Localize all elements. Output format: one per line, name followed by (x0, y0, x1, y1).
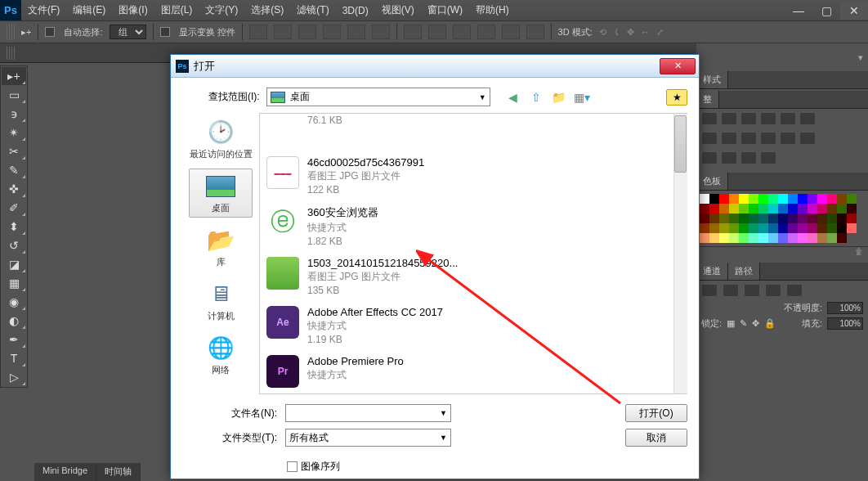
swatch[interactable] (837, 194, 847, 204)
file-item[interactable]: Pr Adobe Premiere Pro 快捷方式 (260, 350, 687, 394)
filetype-combo[interactable]: 所有格式 ▼ (285, 429, 451, 447)
move-tool-icon[interactable]: ▸+ (21, 27, 31, 38)
layer-filter-icon[interactable] (744, 284, 760, 297)
distribute-button[interactable] (477, 25, 495, 39)
swatch[interactable] (758, 214, 768, 223)
swatch[interactable] (768, 233, 778, 243)
menu-layer[interactable]: 图层(L) (154, 3, 199, 17)
view-menu-icon[interactable]: ▦▾ (574, 90, 590, 105)
swatch[interactable] (808, 233, 817, 243)
align-button[interactable] (372, 25, 390, 39)
opacity-input[interactable] (827, 302, 863, 314)
swatch[interactable] (758, 194, 768, 204)
swatch[interactable] (788, 194, 798, 204)
adjustment-icon[interactable] (721, 132, 737, 145)
menu-help[interactable]: 帮助(H) (469, 3, 516, 17)
swatch[interactable] (749, 194, 758, 204)
filename-combo[interactable]: ▼ (285, 404, 451, 422)
adjustment-icon[interactable] (721, 151, 737, 164)
swatch[interactable] (739, 194, 749, 204)
gradient-tool[interactable]: ▦ (2, 274, 26, 292)
swatch[interactable] (758, 204, 768, 214)
workspace-dropdown-icon[interactable]: ▾ (858, 52, 863, 63)
swatch[interactable] (778, 214, 788, 223)
swatch[interactable] (729, 223, 739, 233)
swatch[interactable] (778, 233, 788, 243)
layer-filter-icon[interactable] (786, 284, 803, 297)
menu-image[interactable]: 图像(I) (112, 3, 154, 17)
adjustment-icon[interactable] (740, 151, 757, 164)
file-item[interactable]: ▬▬▬ 46cd00025d75c4367991 看图王 JPG 图片文件 12… (260, 151, 687, 200)
menu-filter[interactable]: 滤镜(T) (290, 3, 335, 17)
paths-tab[interactable]: 路径 (728, 263, 760, 280)
menu-file[interactable]: 文件(F) (21, 3, 66, 17)
quick-select-tool[interactable]: ✴ (2, 124, 26, 142)
adjust-tab[interactable]: 整 (696, 91, 719, 108)
pan3d-icon[interactable]: ✥ (627, 27, 634, 38)
minimize-button[interactable]: — (785, 2, 812, 20)
place-recent[interactable]: 🕑 最近访问的位置 (189, 115, 253, 164)
roll3d-icon[interactable]: ⤹ (613, 27, 620, 38)
swatch[interactable] (709, 214, 719, 223)
swatch[interactable] (827, 223, 837, 233)
show-transform-checkbox[interactable] (160, 27, 170, 37)
swatch[interactable] (739, 233, 749, 243)
lookup-dropdown[interactable]: 桌面 ▼ (266, 88, 490, 106)
swatch[interactable] (827, 233, 837, 243)
swatch[interactable] (729, 214, 739, 223)
swatch[interactable] (817, 194, 827, 204)
auto-select-checkbox[interactable] (45, 27, 55, 37)
swatch[interactable] (817, 233, 827, 243)
file-list[interactable]: 76.1 KB ▬▬▬ 46cd00025d75c4367991 看图王 JPG… (259, 113, 687, 394)
healing-tool[interactable]: ✜ (2, 180, 26, 198)
swatch[interactable] (700, 223, 709, 233)
dialog-titlebar[interactable]: Ps 打开 ✕ (171, 55, 699, 78)
swatch[interactable] (749, 214, 758, 223)
swatch[interactable] (749, 233, 758, 243)
adjustment-icon[interactable] (701, 132, 718, 145)
auto-select-dropdown[interactable]: 组 (110, 25, 146, 39)
swatch[interactable] (700, 204, 709, 214)
swatch[interactable] (739, 223, 749, 233)
distribute-button[interactable] (453, 25, 471, 39)
adjustment-icon[interactable] (701, 151, 718, 164)
swatch[interactable] (808, 194, 817, 204)
align-button[interactable] (323, 25, 341, 39)
lock-icon[interactable]: 🔒 (764, 318, 776, 329)
blur-tool[interactable]: ◉ (2, 293, 26, 311)
lock-icon[interactable]: ✥ (752, 318, 759, 329)
swatch[interactable] (729, 204, 739, 214)
adjustment-icon[interactable] (740, 132, 757, 145)
pen-tool[interactable]: ✒ (2, 330, 26, 348)
swatch[interactable] (778, 204, 788, 214)
file-item[interactable]: 76.1 KB (260, 114, 687, 151)
file-item[interactable]: 1503_2014101512184559220... 看图王 JPG 图片文件… (260, 252, 687, 301)
back-icon[interactable]: ◀ (505, 90, 521, 105)
adjustment-icon[interactable] (799, 112, 816, 125)
scale3d-icon[interactable]: ⤢ (656, 27, 664, 38)
fill-input[interactable] (827, 317, 863, 330)
maximize-button[interactable]: ▢ (812, 2, 840, 20)
swatch[interactable] (768, 223, 778, 233)
place-library[interactable]: 📂 库 (189, 223, 253, 272)
rotate3d-icon[interactable]: ⟲ (599, 27, 606, 38)
channels-tab[interactable]: 通道 (696, 263, 728, 280)
swatch[interactable] (768, 214, 778, 223)
menu-edit[interactable]: 编辑(E) (66, 3, 112, 17)
swatch[interactable] (778, 194, 788, 204)
swatch[interactable] (700, 214, 709, 223)
place-desktop[interactable]: 桌面 (189, 169, 253, 218)
swatch[interactable] (729, 233, 739, 243)
scroll-thumb[interactable] (674, 115, 687, 173)
swatch[interactable] (719, 223, 729, 233)
swatch[interactable] (847, 223, 857, 233)
swatch[interactable] (808, 223, 817, 233)
swatch[interactable] (758, 233, 768, 243)
dodge-tool[interactable]: ◐ (2, 312, 26, 330)
swatch[interactable] (768, 204, 778, 214)
distribute-button[interactable] (502, 25, 520, 39)
swatch[interactable] (700, 233, 709, 243)
layer-filter-icon[interactable] (723, 284, 739, 297)
distribute-button[interactable] (428, 25, 446, 39)
swatch[interactable] (749, 204, 758, 214)
